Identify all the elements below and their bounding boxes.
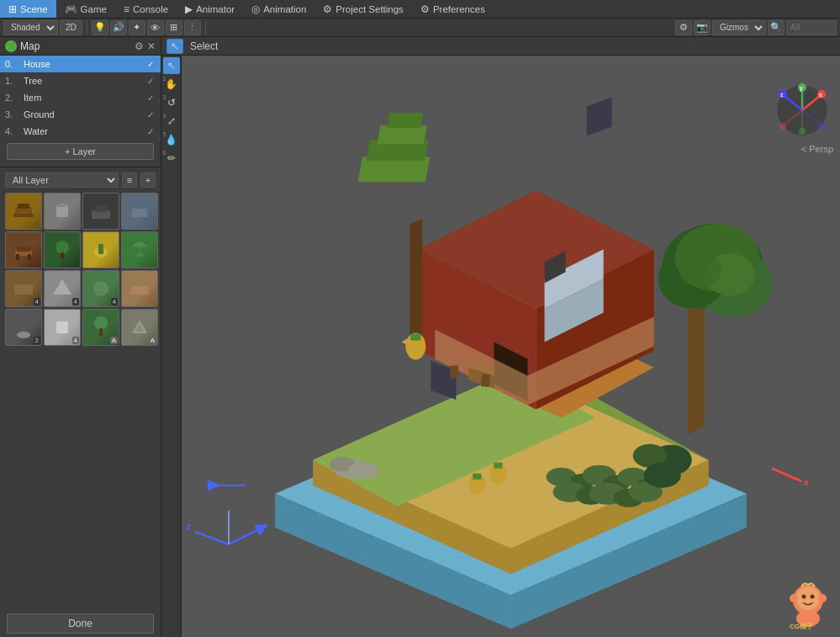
map-close-icon[interactable]: ✕ [147, 40, 156, 52]
menu-preferences[interactable]: ⚙ Preferences [412, 0, 494, 18]
pencil-icon: ✏ [167, 152, 176, 164]
layer-item-item[interactable]: 2. Item ✓ [0, 89, 161, 106]
svg-rect-12 [28, 254, 31, 260]
asset-item-9[interactable]: 4 [44, 270, 81, 307]
done-button[interactable]: Done [7, 613, 154, 634]
persp-label[interactable]: < Persp [801, 144, 833, 154]
search-icon-btn[interactable]: 🔍 [768, 20, 785, 35]
layer-item-water[interactable]: 4. Water ✓ [0, 123, 161, 140]
all-layer-select[interactable]: All Layer [5, 173, 119, 188]
svg-rect-57 [481, 374, 490, 387]
asset-item-6[interactable] [82, 231, 119, 268]
gizmo-svg: y x z [773, 81, 832, 140]
svg-point-119 [802, 595, 806, 599]
menu-animation-label: Animation [263, 4, 306, 14]
asset-item-5[interactable] [44, 231, 81, 268]
menu-game[interactable]: 🎮 Game [56, 0, 115, 18]
map-header: 🌿 Map ⚙ ✕ [0, 37, 161, 56]
add-layer-label: + Layer [65, 146, 96, 157]
map-title: Map [20, 40, 131, 52]
svg-point-19 [140, 247, 148, 255]
layer-item-house[interactable]: 0. House ✓ [0, 56, 161, 72]
asset-item-8[interactable]: 4 [5, 270, 42, 307]
menu-animator[interactable]: ▶ Animator [177, 0, 243, 18]
tool-move[interactable]: 2 ✋ [163, 76, 180, 93]
asset-item-13[interactable]: 4 [44, 309, 81, 346]
menu-console[interactable]: ≡ Console [115, 0, 177, 18]
asset-list-icon[interactable]: ≡ [122, 173, 137, 188]
asset-item-11[interactable] [121, 270, 158, 307]
asset-item-15[interactable]: A [121, 309, 158, 346]
tool-rotate[interactable]: 3 ↺ [163, 94, 180, 111]
tool-pencil[interactable]: 6 ✏ [163, 150, 180, 167]
layer-num-3: 3. [5, 109, 20, 119]
svg-text:z: z [187, 522, 191, 531]
camera-icon-btn[interactable]: 📷 [694, 20, 711, 35]
add-layer-button[interactable]: + Layer [7, 143, 154, 160]
tool-num-1: 1 [163, 57, 166, 63]
audio-icon-btn[interactable]: 🔊 [110, 20, 127, 35]
svg-point-13 [55, 241, 69, 254]
scale-icon: ⤢ [167, 115, 176, 127]
svg-point-25 [17, 332, 30, 338]
layer-num-1: 1. [5, 76, 20, 86]
layer-check-water: ✓ [145, 126, 156, 136]
asset-item-12[interactable]: 2 [5, 309, 42, 346]
asset-badge-8: 4 [34, 298, 40, 305]
main-area: 🌿 Map ⚙ ✕ 0. House ✓ 1. Tree ✓ 2. Item ✓ [0, 37, 840, 637]
light-icon-btn[interactable]: 💡 [92, 20, 108, 35]
effects-icon-btn[interactable]: ✦ [129, 20, 145, 35]
layer-num-4: 4. [5, 126, 20, 136]
menu-game-label: Game [81, 4, 107, 14]
scene-canvas[interactable]: z x [182, 56, 840, 637]
asset-item-7[interactable] [121, 231, 158, 268]
rotate-icon: ↺ [167, 97, 176, 109]
hide-icon-btn[interactable]: 👁 [147, 20, 164, 35]
tool-select[interactable]: 1 ↖ [163, 57, 180, 74]
select-tool-btn[interactable]: ↖ [166, 39, 183, 54]
scene-gizmo[interactable]: y x z [773, 81, 832, 140]
asset-badge-12: 2 [34, 337, 40, 344]
layer-name-tree: Tree [24, 76, 142, 86]
tools-icon-btn[interactable]: ⚙ [675, 20, 692, 35]
shaded-select[interactable]: Shaded [3, 20, 58, 35]
svg-rect-87 [473, 474, 481, 480]
svg-text:CG柚子: CG柚子 [790, 623, 813, 630]
asset-badge-14: A [110, 337, 118, 344]
animation-icon: ◎ [251, 3, 260, 15]
asset-item-1[interactable] [44, 193, 81, 230]
layer-item-tree[interactable]: 1. Tree ✓ [0, 72, 161, 89]
svg-text:x: x [819, 92, 822, 98]
select-icon: ↖ [167, 60, 176, 72]
2d-button[interactable]: 2D [60, 20, 82, 35]
svg-text:z: z [780, 92, 784, 98]
tool-num-2: 2 [163, 76, 166, 82]
svg-marker-21 [53, 279, 71, 295]
menu-scene[interactable]: ⊞ Scene [0, 0, 56, 18]
persp-text: < Persp [801, 144, 833, 154]
svg-point-18 [131, 247, 140, 255]
map-settings-icon[interactable]: ⚙ [135, 40, 144, 52]
asset-item-3[interactable] [121, 193, 158, 230]
tool-paint[interactable]: 5 💧 [163, 131, 180, 148]
menu-project-settings[interactable]: ⚙ Project Settings [314, 0, 412, 18]
asset-add-icon[interactable]: + [140, 173, 156, 188]
asset-item-0[interactable] [5, 193, 42, 230]
menu-animation[interactable]: ◎ Animation [243, 0, 314, 18]
snap-icon-btn[interactable]: ⋮ [184, 20, 201, 35]
svg-point-92 [644, 463, 681, 488]
layer-item-ground[interactable]: 3. Ground ✓ [0, 106, 161, 123]
svg-rect-28 [99, 328, 103, 337]
gizmos-select[interactable]: Gizmos [712, 20, 766, 35]
asset-item-2[interactable] [82, 193, 119, 230]
asset-item-14[interactable]: A [82, 309, 119, 346]
svg-point-121 [790, 594, 798, 602]
tool-scale[interactable]: 4 ⤢ [163, 113, 180, 130]
svg-rect-20 [14, 284, 33, 295]
tool-num-5: 5 [163, 131, 166, 137]
asset-item-10[interactable]: 4 [82, 270, 119, 307]
asset-item-4[interactable] [5, 231, 42, 268]
svg-rect-2 [13, 214, 34, 217]
grid-icon-btn[interactable]: ⊞ [166, 20, 182, 35]
search-input[interactable] [786, 20, 837, 35]
